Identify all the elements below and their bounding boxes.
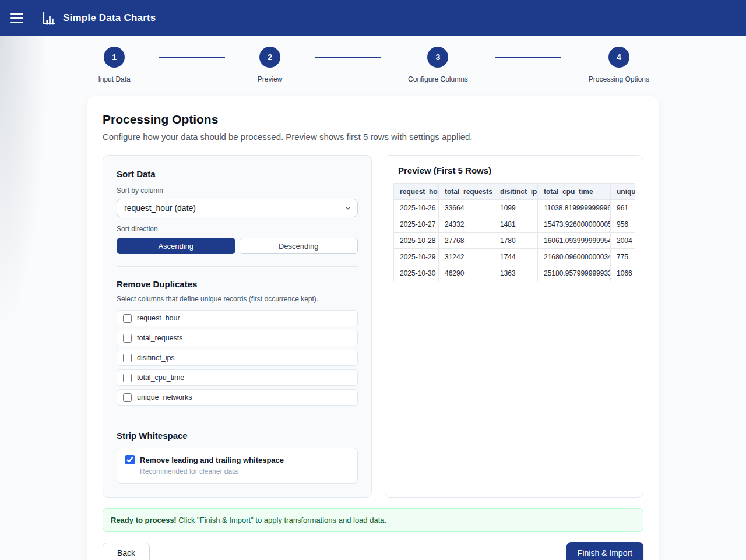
preview-heading: Preview (First 5 Rows) [393,165,635,175]
checkbox[interactable] [125,455,135,464]
ready-banner-bold: Ready to process! [111,516,177,524]
table-cell: 33664 [439,200,494,216]
checkbox-label: disitinct_ips [137,354,175,362]
checkbox[interactable] [123,314,132,323]
table-cell: 2025-10-27 [394,216,439,233]
table-cell: 11038.819999999996 [538,200,611,216]
step-connector [495,57,561,58]
hamburger-menu-icon[interactable] [10,10,26,26]
ascending-button[interactable]: Ascending [117,238,235,254]
step-number: 2 [259,47,280,68]
checkbox[interactable] [123,393,132,402]
page-title: Processing Options [103,112,643,126]
duplicate-column-total-cpu-time[interactable]: total_cpu_time [117,369,358,386]
table-cell: 775 [611,249,635,265]
table-header-cell: disitinct_ips [494,184,538,200]
step-label: Configure Columns [408,75,468,83]
table-cell: 24332 [439,216,494,233]
sort-direction-label: Sort direction [117,225,358,233]
checkbox-label: request_hour [137,314,180,322]
duplicate-column-disitinct-ips[interactable]: disitinct_ips [117,350,358,366]
bar-chart-logo-icon [41,10,57,26]
table-cell: 1780 [494,233,538,249]
step-label: Processing Options [589,75,649,83]
duplicate-column-total-requests[interactable]: total_requests [117,330,358,346]
table-row: 2025-10-30 46290 1363 25180.957999999933… [394,265,635,281]
sort-data-heading: Sort Data [117,169,358,179]
checkbox[interactable] [123,334,132,343]
preview-table-container: request_hour total_requests disitinct_ip… [393,183,635,281]
duplicate-column-request-hour[interactable]: request_hour [117,310,358,326]
table-cell: 1481 [494,216,538,233]
remove-duplicates-description: Select columns that define unique record… [117,295,358,303]
table-header-cell: request_hour [394,184,439,200]
table-cell: 27768 [439,233,494,249]
processing-options-card: Processing Options Configure how your da… [87,96,659,560]
table-cell: 2025-10-30 [394,265,439,281]
preview-table: request_hour total_requests disitinct_ip… [393,183,635,281]
table-cell: 15473.926000000005 [538,216,611,233]
table-cell: 1099 [494,200,538,216]
strip-whitespace-option[interactable]: Remove leading and trailing whitespace [125,455,349,464]
table-row: 2025-10-26 33664 1099 11038.819999999996… [394,200,635,216]
step-input-data[interactable]: 1 Input Data [97,47,132,83]
step-label: Input Data [98,75,130,83]
strip-whitespace-label: Remove leading and trailing whitespace [140,456,284,464]
duplicate-column-unique-networks[interactable]: unique_networks [117,389,358,406]
table-header-cell: total_cpu_time [538,184,611,200]
step-connector [315,57,381,58]
table-cell: 2025-10-29 [394,249,439,265]
table-header-cell: unique_networks [611,184,635,200]
table-header-cell: total_requests [439,184,494,200]
checkbox-label: unique_networks [137,393,192,401]
preview-panel: Preview (First 5 Rows) request_hour tota… [385,155,643,498]
step-number: 1 [104,47,125,68]
strip-whitespace-card: Remove leading and trailing whitespace R… [117,448,358,484]
footer-actions: Back Finish & Import [103,542,643,560]
app-title: Simple Data Charts [63,12,156,24]
table-cell: 1744 [494,249,538,265]
table-cell: 31242 [439,249,494,265]
table-cell: 25180.957999999933 [538,265,611,281]
sort-column-select[interactable]: request_hour (date) [117,199,358,217]
table-cell: 2004 [611,233,635,249]
settings-panel: Sort Data Sort by column request_hour (d… [103,155,372,498]
table-header-row: request_hour total_requests disitinct_ip… [394,184,635,200]
checkbox[interactable] [123,374,132,382]
table-cell: 1066 [611,265,635,281]
table-row: 2025-10-28 27768 1780 16061.093999999954… [394,233,635,249]
table-row: 2025-10-29 31242 1744 21680.096000000034… [394,249,635,265]
checkbox-label: total_cpu_time [137,374,184,382]
table-cell: 1363 [494,265,538,281]
finish-import-button[interactable]: Finish & Import [566,542,643,560]
table-cell: 21680.096000000034 [538,249,611,265]
page-subtitle: Configure how your data should be proces… [103,132,643,142]
remove-duplicates-heading: Remove Duplicates [117,279,358,289]
strip-whitespace-heading: Strip Whitespace [117,431,358,441]
left-edge-shadow [0,36,55,450]
step-number: 4 [608,47,629,68]
descending-button[interactable]: Descending [240,238,358,254]
back-button[interactable]: Back [103,543,150,560]
step-connector [159,57,225,58]
ready-banner: Ready to process! Click "Finish & Import… [103,508,643,532]
table-cell: 2025-10-26 [394,200,439,216]
navbar: Simple Data Charts [0,0,746,36]
checkbox[interactable] [123,354,132,362]
table-cell: 956 [611,216,635,233]
step-preview[interactable]: 2 Preview [252,47,287,83]
step-number: 3 [427,47,448,68]
ready-banner-text: Click "Finish & Import" to apply transfo… [177,516,386,524]
table-cell: 16061.093999999954 [538,233,611,249]
duplicate-columns-list: request_hour total_requests disitinct_ip… [117,310,358,406]
step-label: Preview [258,75,283,83]
table-cell: 46290 [439,265,494,281]
table-cell: 2025-10-28 [394,233,439,249]
table-row: 2025-10-27 24332 1481 15473.926000000005… [394,216,635,233]
sort-by-column-label: Sort by column [117,186,358,195]
step-processing-options[interactable]: 4 Processing Options [589,47,649,83]
stepper: 1 Input Data 2 Preview 3 Configure Colum… [0,36,746,96]
step-configure-columns[interactable]: 3 Configure Columns [408,47,468,83]
divider [117,418,358,418]
strip-whitespace-hint: Recommended for cleaner data [140,467,349,476]
